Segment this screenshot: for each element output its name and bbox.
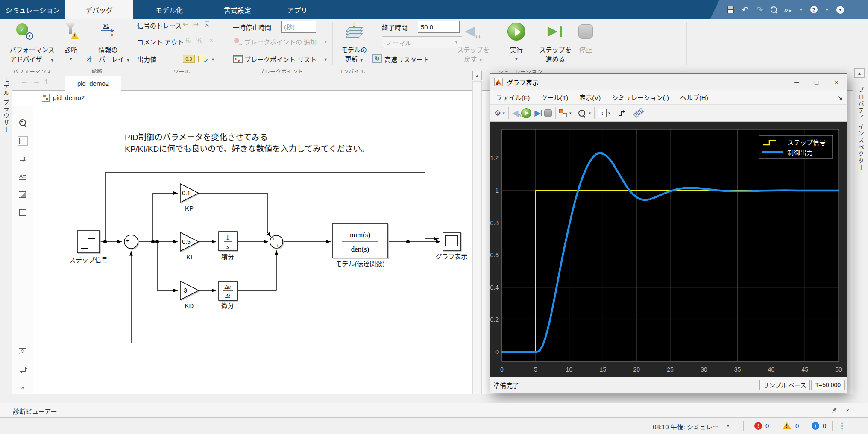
tab-format[interactable]: 書式設定 [205,0,270,19]
wire-error-to-kp[interactable] [153,193,178,242]
wire-step-feedforward[interactable] [105,173,439,242]
menu-file[interactable]: ファイル(F) [496,93,530,102]
fast-restart-button[interactable]: 高速リスタート [384,55,429,64]
update-model-icon[interactable]: ↓ [346,21,363,38]
uncomment-icon[interactable]: × [209,37,213,44]
info-overlay-icon[interactable]: X1 [100,23,116,39]
trigger-icon[interactable] [618,109,626,117]
fit-to-view-icon[interactable]: ↕ [598,109,607,117]
chevron-down-icon[interactable]: ▼ [324,57,328,62]
trace-back-icon[interactable]: ↤ [183,21,188,28]
comment-icon[interactable]: % [185,37,191,44]
sim-status-text[interactable]: 08:10 午後: シミュレー [653,422,719,431]
maximize-icon[interactable]: □ [806,74,827,90]
close-icon[interactable]: × [827,74,847,90]
signal-arrows-icon[interactable]: ⇉ [16,152,29,165]
legend[interactable]: ステップ信号 制御出力 [759,135,833,158]
undo-icon[interactable]: ↶ [742,6,749,14]
canvas-scroll-up-icon[interactable]: ▲ [472,71,482,80]
nav-up-icon[interactable]: ↑ [44,77,48,86]
output-value-badge-icon[interactable]: 0.3 [183,55,195,63]
minimize-icon[interactable]: ─ [786,74,806,90]
info-icon[interactable]: i [812,422,819,430]
derivative-label: 微分 [221,302,234,309]
subsystem-layers-icon[interactable] [16,363,29,375]
more-shortcuts-icon[interactable]: »★ [784,6,792,13]
chevron-down-icon[interactable]: ▼ [825,7,829,12]
tab-debug[interactable]: デバッグ [65,0,133,19]
save-icon[interactable] [727,6,734,13]
run-icon[interactable] [507,23,525,41]
svg-text:0: 0 [500,366,504,373]
document-tab[interactable]: pid_demo2 [65,76,121,91]
chevron-down-icon[interactable]: ▼ [799,7,803,12]
diagnostics-button[interactable]: 診断 [56,45,86,54]
pin-icon[interactable] [831,407,837,413]
warning-icon[interactable] [783,422,791,429]
model-browser-tab[interactable]: モデル ブラウザー [2,76,10,133]
scope-settings-icon[interactable]: ⚙ [494,108,501,118]
canvas-vertical-scrollbar[interactable] [472,81,482,394]
area-box-icon[interactable] [16,206,29,219]
stop-button[interactable]: 停止 [560,45,611,54]
add-breakpoint-button[interactable]: ブレークポイントの 追加 [244,37,317,46]
chevron-down-icon[interactable]: ▼ [726,424,730,428]
chevron-down-icon[interactable]: ▼ [324,40,328,44]
redo-icon[interactable]: ↷ [756,6,763,14]
menu-simulation[interactable]: シミュレーション(I) [612,93,669,102]
scope-titlebar[interactable]: グラフ表示 ─ □ × [490,74,847,90]
fit-view-icon[interactable] [16,134,29,147]
tab-simulation[interactable]: シミュレーション [0,0,65,19]
stop-icon[interactable] [578,24,593,39]
dock-icon[interactable]: ↘ [837,94,842,101]
menu-tools[interactable]: ツール(T) [541,93,568,102]
breadcrumb[interactable]: pid_demo2 [53,94,85,101]
ribbon-debug: ✓ パフォーマンス アドバイザー ▼ パフォーマンス 診断 ▼ X1 情報の オ… [0,19,868,73]
wire-kp-to-sum2[interactable] [199,193,271,237]
error-icon[interactable]: ! [754,422,762,430]
nav-back-icon[interactable]: ← [21,77,28,86]
breakpoint-list-button[interactable]: ブレークポイント リスト [244,55,317,64]
info-overlay-button[interactable]: 情報の [87,45,129,54]
expand-palette-icon[interactable]: » [16,381,29,393]
measurements-icon[interactable] [633,108,644,118]
scope-step-forward-icon[interactable]: ▶ [534,108,541,118]
chevron-down-icon[interactable]: ▼ [211,57,215,62]
annotation-icon[interactable]: A≡ [16,170,29,183]
overflow-menu-icon[interactable]: ⋮ [838,421,846,431]
scope-run-icon[interactable] [521,108,531,118]
tab-modeling[interactable]: モデル化 [133,0,205,19]
pause-time-input[interactable] [281,21,316,33]
help-icon[interactable]: ? [810,6,818,13]
kd-gain-block[interactable] [180,281,199,300]
performance-advisor-icon[interactable]: ✓ [16,23,33,41]
scope-stop-icon[interactable] [544,109,552,117]
menu-help[interactable]: ヘルプ(H) [680,93,708,102]
performance-advisor-button[interactable]: パフォーマンス [2,45,62,54]
stop-time-input[interactable] [418,21,460,33]
tab-apps[interactable]: アプリ [270,0,325,19]
wire-error-to-kd[interactable] [157,242,178,290]
ribbon-collapse-icon[interactable]: ▲ [854,68,865,78]
highlight-block-icon[interactable] [559,109,568,117]
minimize-ribbon-icon[interactable]: ▼ [836,6,844,14]
comment-through-icon[interactable]: %̲ [196,37,202,44]
update-model-button[interactable]: モデルの [337,45,371,54]
image-annotation-icon[interactable] [16,188,29,201]
close-panel-icon[interactable]: × [846,406,850,413]
zoom-tool-icon[interactable] [16,116,29,129]
scope-zoom-icon[interactable] [578,110,585,117]
diagnostics-icon[interactable] [64,23,79,39]
search-icon[interactable] [771,6,777,13]
trace-forward-icon[interactable]: ↦ [193,21,199,28]
scope-step-back-icon[interactable]: ◀⚙ [512,108,519,118]
wire-derivative-to-sum2[interactable] [237,250,276,290]
step-forward-icon[interactable]: ▶ [546,23,565,41]
output-pages-icon[interactable]: ✓ [198,55,207,62]
nav-forward-icon[interactable]: → [32,77,40,86]
step-back-icon[interactable]: ◀⚙ [464,23,483,41]
property-inspector-tab[interactable]: プロパティ インスペクター [856,87,865,171]
trace-clear-icon[interactable]: × [205,21,209,29]
viewmark-icon[interactable] [16,345,29,358]
menu-view[interactable]: 表示(V) [579,93,601,102]
